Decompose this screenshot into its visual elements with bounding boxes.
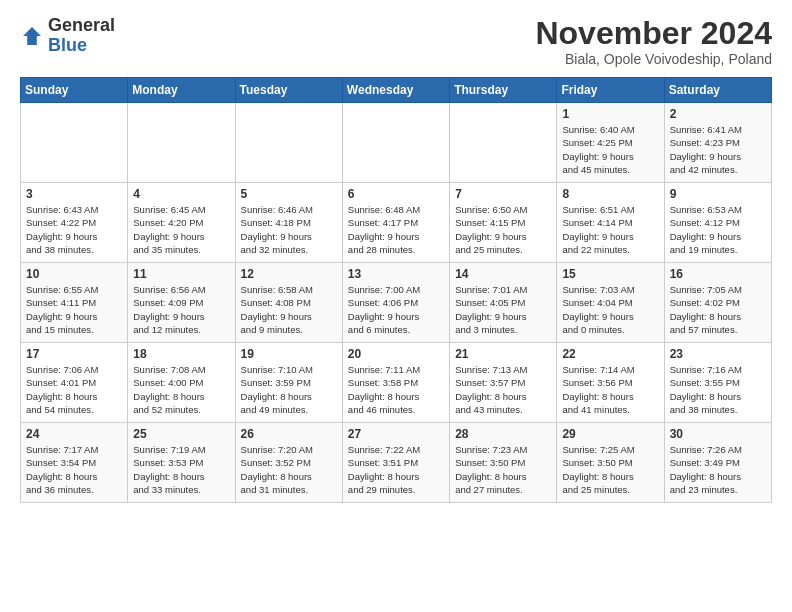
day-number: 20 xyxy=(348,347,444,361)
calendar-cell: 30Sunrise: 7:26 AM Sunset: 3:49 PM Dayli… xyxy=(664,423,771,503)
calendar-cell: 6Sunrise: 6:48 AM Sunset: 4:17 PM Daylig… xyxy=(342,183,449,263)
day-info: Sunrise: 7:20 AM Sunset: 3:52 PM Dayligh… xyxy=(241,443,337,496)
day-number: 2 xyxy=(670,107,766,121)
day-info: Sunrise: 6:45 AM Sunset: 4:20 PM Dayligh… xyxy=(133,203,229,256)
day-info: Sunrise: 6:53 AM Sunset: 4:12 PM Dayligh… xyxy=(670,203,766,256)
day-info: Sunrise: 7:00 AM Sunset: 4:06 PM Dayligh… xyxy=(348,283,444,336)
day-info: Sunrise: 7:22 AM Sunset: 3:51 PM Dayligh… xyxy=(348,443,444,496)
logo-general: General xyxy=(48,15,115,35)
calendar-cell: 19Sunrise: 7:10 AM Sunset: 3:59 PM Dayli… xyxy=(235,343,342,423)
calendar-row-1: 3Sunrise: 6:43 AM Sunset: 4:22 PM Daylig… xyxy=(21,183,772,263)
calendar-cell: 22Sunrise: 7:14 AM Sunset: 3:56 PM Dayli… xyxy=(557,343,664,423)
calendar-cell: 17Sunrise: 7:06 AM Sunset: 4:01 PM Dayli… xyxy=(21,343,128,423)
calendar-table: SundayMondayTuesdayWednesdayThursdayFrid… xyxy=(20,77,772,503)
calendar-cell: 7Sunrise: 6:50 AM Sunset: 4:15 PM Daylig… xyxy=(450,183,557,263)
svg-marker-0 xyxy=(23,27,41,45)
logo-blue: Blue xyxy=(48,35,87,55)
day-number: 15 xyxy=(562,267,658,281)
page: General Blue November 2024 Biala, Opole … xyxy=(0,0,792,513)
day-number: 4 xyxy=(133,187,229,201)
day-info: Sunrise: 6:58 AM Sunset: 4:08 PM Dayligh… xyxy=(241,283,337,336)
calendar-cell: 26Sunrise: 7:20 AM Sunset: 3:52 PM Dayli… xyxy=(235,423,342,503)
calendar-cell: 27Sunrise: 7:22 AM Sunset: 3:51 PM Dayli… xyxy=(342,423,449,503)
day-number: 27 xyxy=(348,427,444,441)
calendar-cell: 29Sunrise: 7:25 AM Sunset: 3:50 PM Dayli… xyxy=(557,423,664,503)
calendar-cell: 21Sunrise: 7:13 AM Sunset: 3:57 PM Dayli… xyxy=(450,343,557,423)
day-number: 24 xyxy=(26,427,122,441)
day-number: 10 xyxy=(26,267,122,281)
day-number: 14 xyxy=(455,267,551,281)
day-number: 13 xyxy=(348,267,444,281)
calendar-cell: 14Sunrise: 7:01 AM Sunset: 4:05 PM Dayli… xyxy=(450,263,557,343)
calendar-cell: 23Sunrise: 7:16 AM Sunset: 3:55 PM Dayli… xyxy=(664,343,771,423)
day-number: 9 xyxy=(670,187,766,201)
calendar-cell: 4Sunrise: 6:45 AM Sunset: 4:20 PM Daylig… xyxy=(128,183,235,263)
logo: General Blue xyxy=(20,16,115,56)
day-info: Sunrise: 7:10 AM Sunset: 3:59 PM Dayligh… xyxy=(241,363,337,416)
calendar-row-3: 17Sunrise: 7:06 AM Sunset: 4:01 PM Dayli… xyxy=(21,343,772,423)
calendar-cell: 25Sunrise: 7:19 AM Sunset: 3:53 PM Dayli… xyxy=(128,423,235,503)
logo-text: General Blue xyxy=(48,16,115,56)
day-number: 19 xyxy=(241,347,337,361)
calendar-cell xyxy=(235,103,342,183)
calendar-cell: 15Sunrise: 7:03 AM Sunset: 4:04 PM Dayli… xyxy=(557,263,664,343)
day-number: 26 xyxy=(241,427,337,441)
calendar-cell: 2Sunrise: 6:41 AM Sunset: 4:23 PM Daylig… xyxy=(664,103,771,183)
col-header-wednesday: Wednesday xyxy=(342,78,449,103)
calendar-cell: 1Sunrise: 6:40 AM Sunset: 4:25 PM Daylig… xyxy=(557,103,664,183)
day-info: Sunrise: 7:23 AM Sunset: 3:50 PM Dayligh… xyxy=(455,443,551,496)
day-info: Sunrise: 7:19 AM Sunset: 3:53 PM Dayligh… xyxy=(133,443,229,496)
day-info: Sunrise: 7:11 AM Sunset: 3:58 PM Dayligh… xyxy=(348,363,444,416)
calendar-cell: 3Sunrise: 6:43 AM Sunset: 4:22 PM Daylig… xyxy=(21,183,128,263)
day-info: Sunrise: 7:13 AM Sunset: 3:57 PM Dayligh… xyxy=(455,363,551,416)
day-number: 21 xyxy=(455,347,551,361)
day-number: 17 xyxy=(26,347,122,361)
day-info: Sunrise: 7:05 AM Sunset: 4:02 PM Dayligh… xyxy=(670,283,766,336)
day-info: Sunrise: 7:08 AM Sunset: 4:00 PM Dayligh… xyxy=(133,363,229,416)
day-number: 3 xyxy=(26,187,122,201)
day-info: Sunrise: 6:50 AM Sunset: 4:15 PM Dayligh… xyxy=(455,203,551,256)
day-info: Sunrise: 7:01 AM Sunset: 4:05 PM Dayligh… xyxy=(455,283,551,336)
day-info: Sunrise: 7:16 AM Sunset: 3:55 PM Dayligh… xyxy=(670,363,766,416)
day-number: 30 xyxy=(670,427,766,441)
calendar-cell: 12Sunrise: 6:58 AM Sunset: 4:08 PM Dayli… xyxy=(235,263,342,343)
calendar-row-4: 24Sunrise: 7:17 AM Sunset: 3:54 PM Dayli… xyxy=(21,423,772,503)
day-number: 29 xyxy=(562,427,658,441)
day-number: 11 xyxy=(133,267,229,281)
day-info: Sunrise: 7:26 AM Sunset: 3:49 PM Dayligh… xyxy=(670,443,766,496)
calendar-cell: 20Sunrise: 7:11 AM Sunset: 3:58 PM Dayli… xyxy=(342,343,449,423)
day-info: Sunrise: 6:51 AM Sunset: 4:14 PM Dayligh… xyxy=(562,203,658,256)
day-info: Sunrise: 7:25 AM Sunset: 3:50 PM Dayligh… xyxy=(562,443,658,496)
day-info: Sunrise: 7:06 AM Sunset: 4:01 PM Dayligh… xyxy=(26,363,122,416)
month-title: November 2024 xyxy=(535,16,772,51)
title-area: November 2024 Biala, Opole Voivodeship, … xyxy=(535,16,772,67)
day-number: 7 xyxy=(455,187,551,201)
calendar-cell xyxy=(128,103,235,183)
day-info: Sunrise: 6:40 AM Sunset: 4:25 PM Dayligh… xyxy=(562,123,658,176)
calendar-cell xyxy=(450,103,557,183)
calendar-cell: 13Sunrise: 7:00 AM Sunset: 4:06 PM Dayli… xyxy=(342,263,449,343)
calendar-cell: 5Sunrise: 6:46 AM Sunset: 4:18 PM Daylig… xyxy=(235,183,342,263)
day-number: 25 xyxy=(133,427,229,441)
day-info: Sunrise: 7:14 AM Sunset: 3:56 PM Dayligh… xyxy=(562,363,658,416)
calendar-cell: 11Sunrise: 6:56 AM Sunset: 4:09 PM Dayli… xyxy=(128,263,235,343)
subtitle: Biala, Opole Voivodeship, Poland xyxy=(535,51,772,67)
calendar-cell: 18Sunrise: 7:08 AM Sunset: 4:00 PM Dayli… xyxy=(128,343,235,423)
calendar-row-0: 1Sunrise: 6:40 AM Sunset: 4:25 PM Daylig… xyxy=(21,103,772,183)
day-number: 28 xyxy=(455,427,551,441)
logo-icon xyxy=(20,24,44,48)
calendar-cell xyxy=(21,103,128,183)
calendar-cell: 16Sunrise: 7:05 AM Sunset: 4:02 PM Dayli… xyxy=(664,263,771,343)
calendar-cell: 28Sunrise: 7:23 AM Sunset: 3:50 PM Dayli… xyxy=(450,423,557,503)
calendar-cell: 8Sunrise: 6:51 AM Sunset: 4:14 PM Daylig… xyxy=(557,183,664,263)
day-info: Sunrise: 6:48 AM Sunset: 4:17 PM Dayligh… xyxy=(348,203,444,256)
day-info: Sunrise: 6:41 AM Sunset: 4:23 PM Dayligh… xyxy=(670,123,766,176)
day-number: 8 xyxy=(562,187,658,201)
day-info: Sunrise: 7:03 AM Sunset: 4:04 PM Dayligh… xyxy=(562,283,658,336)
day-info: Sunrise: 6:55 AM Sunset: 4:11 PM Dayligh… xyxy=(26,283,122,336)
day-number: 5 xyxy=(241,187,337,201)
day-number: 16 xyxy=(670,267,766,281)
col-header-thursday: Thursday xyxy=(450,78,557,103)
col-header-saturday: Saturday xyxy=(664,78,771,103)
col-header-monday: Monday xyxy=(128,78,235,103)
